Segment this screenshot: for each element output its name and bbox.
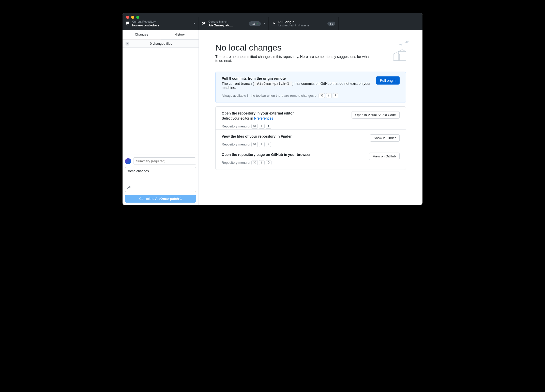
kbd-cmd: ⌘	[251, 124, 258, 129]
pull-status: Last fetched 9 minutes a...	[278, 24, 325, 27]
branch-selector[interactable]: Current Branch AisOmar-patc... #13 ✓	[199, 17, 269, 30]
kbd-cmd: ⌘	[251, 142, 258, 147]
kbd-shift: ⇧	[259, 124, 265, 129]
svg-rect-1	[393, 54, 400, 60]
card-pull-commits: Pull 8 commits from the origin remote Th…	[215, 72, 406, 103]
branch-name: AisOmar-patc...	[208, 23, 246, 27]
illustration	[386, 40, 411, 63]
commit-form: some changes Commit to AisOmar-patch-1	[123, 155, 199, 205]
kbd-f: F	[266, 142, 271, 147]
kbd-a: A	[266, 124, 271, 129]
card-editor-desc: Select your editor in Preferences	[222, 116, 346, 120]
app-window: Current Repository honeycomb-docs Curren…	[123, 13, 422, 205]
card-finder-hint: Repository menu or ⌘ ⇧ F	[222, 142, 365, 147]
pull-origin-button[interactable]: Pull origin	[376, 76, 400, 85]
card-github-title: Open the repository page on GitHub in yo…	[222, 153, 364, 157]
changes-list	[123, 48, 199, 155]
toolbar: Current Repository honeycomb-docs Curren…	[123, 17, 422, 30]
card-pull-title: Pull 8 commits from the origin remote	[222, 76, 371, 80]
add-coauthor-icon[interactable]	[127, 185, 131, 190]
show-finder-button[interactable]: Show in Finder	[370, 134, 400, 142]
kbd-shift: ⇧	[259, 160, 265, 165]
repo-name: honeycomb-docs	[132, 23, 160, 27]
sidebar-tabs: Changes History	[123, 30, 199, 40]
check-icon: ✓	[256, 22, 259, 25]
pull-count: 8	[329, 22, 331, 25]
commit-branch: AisOmar-patch-1	[155, 197, 182, 201]
description-input[interactable]: some changes	[125, 167, 196, 192]
kbd-cmd: ⌘	[319, 93, 325, 98]
card-editor-title: Open the repository in your external edi…	[222, 111, 346, 115]
chevron-down-icon	[263, 23, 265, 24]
card-finder-title: View the files of your repository in Fin…	[222, 134, 365, 138]
page-title: No local changes	[215, 43, 406, 53]
sidebar: Changes History 0 changed files some cha…	[123, 30, 199, 205]
card-github-hint: Repository menu or ⌘ ⇧ G	[222, 160, 364, 165]
card-pull-desc: The current branch ( AisOmar-patch-1 ) h…	[222, 81, 371, 90]
repo-icon	[126, 22, 130, 26]
pull-origin-toolbar-button[interactable]: Pull origin Last fetched 9 minutes a... …	[269, 17, 339, 30]
tab-history[interactable]: History	[161, 30, 199, 39]
kbd-cmd: ⌘	[251, 160, 258, 165]
arrow-down-icon: ↓	[332, 22, 334, 25]
repo-selector[interactable]: Current Repository honeycomb-docs	[123, 17, 199, 30]
kbd-shift: ⇧	[326, 93, 332, 98]
changes-count: 0 changed files	[132, 42, 195, 45]
view-github-button[interactable]: View on GitHub	[369, 153, 400, 160]
select-all-checkbox[interactable]	[126, 42, 129, 45]
kbd-g: G	[266, 160, 271, 165]
git-branch-icon	[202, 22, 206, 26]
titlebar	[123, 13, 422, 17]
branch-label: Current Branch	[208, 20, 246, 23]
chevron-down-icon	[193, 23, 195, 24]
pr-number: #13	[251, 22, 255, 25]
description-text: some changes	[127, 169, 194, 173]
card-editor-hint: Repository menu or ⌘ ⇧ A	[222, 124, 346, 129]
commit-prefix: Commit to	[139, 197, 155, 201]
pr-badge: #13 ✓	[249, 21, 261, 26]
card-pull-hint: Always available in the toolbar when the…	[222, 93, 371, 98]
card-view-github: Open the repository page on GitHub in yo…	[215, 148, 406, 170]
changes-header: 0 changed files	[123, 40, 199, 48]
page-subtitle: There are no uncommitted changes in this…	[215, 55, 373, 63]
open-editor-button[interactable]: Open in Visual Studio Code	[352, 111, 400, 119]
commit-button[interactable]: Commit to AisOmar-patch-1	[125, 195, 196, 203]
preferences-link[interactable]: Preferences	[254, 116, 273, 120]
summary-input[interactable]	[133, 157, 196, 165]
pull-count-badge: 8 ↓	[327, 22, 335, 26]
repo-label: Current Repository	[132, 20, 160, 23]
avatar[interactable]	[125, 158, 131, 164]
kbd-p: P	[333, 93, 338, 98]
kbd-shift: ⇧	[259, 142, 265, 147]
tab-changes[interactable]: Changes	[123, 30, 161, 39]
pull-label: Pull origin	[278, 20, 325, 24]
download-icon	[272, 22, 276, 26]
main-content: No local changes There are no uncommitte…	[199, 30, 422, 205]
